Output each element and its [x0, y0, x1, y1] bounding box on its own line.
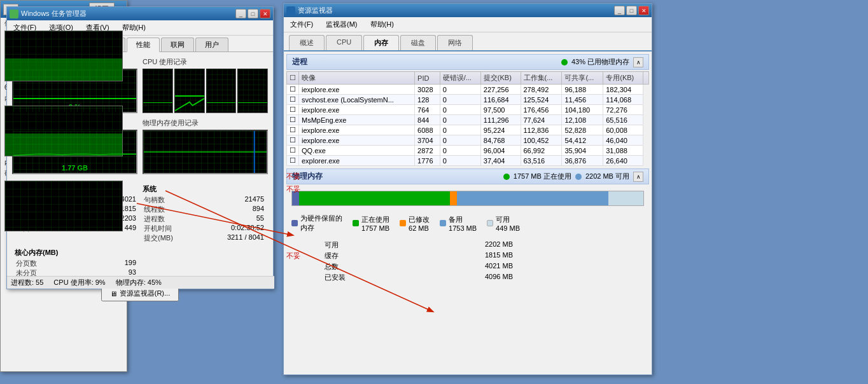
col-checkbox: ☐ [287, 72, 299, 85]
row-checkbox[interactable]: ☐ [287, 85, 299, 95]
row-hard: 0 [440, 105, 480, 115]
col-pid[interactable]: PID [415, 72, 440, 85]
row-name: iexplore.exe [299, 135, 415, 146]
table-row[interactable]: ☐ explorer.exe 1776 0 37,404 63,516 36,8… [287, 156, 649, 166]
rm-tab-cpu[interactable]: CPU [326, 35, 362, 50]
cpu-core4-graph [237, 69, 268, 113]
rm-menu-file[interactable]: 文件(F) [286, 18, 317, 31]
rm-tab-network[interactable]: 网络 [437, 35, 473, 50]
process-collapse-btn[interactable]: ∧ [633, 57, 643, 67]
col-commit[interactable]: 提交(KB) [480, 72, 521, 85]
mem-stat-total-label: 总数 [325, 262, 484, 271]
rp-hard-faults-graph [4, 181, 123, 231]
row-pid: 1776 [415, 156, 440, 166]
row-hard: 0 [440, 85, 480, 95]
legend-inuse-dot [353, 220, 359, 226]
phys-mem-section-header[interactable]: 物理内存 1757 MB 正在使用 2202 MB 可用 ∧ [286, 168, 649, 184]
system-row-2: 进程数 55 [143, 214, 265, 224]
row-hard: 0 [440, 156, 480, 166]
minimize-button[interactable]: _ [235, 9, 246, 18]
row-checkbox[interactable]: ☐ [287, 156, 299, 166]
menu-help[interactable]: 帮助(H) [118, 22, 150, 34]
system-title: 系统 [143, 184, 265, 194]
rm-menu-help[interactable]: 帮助(H) [367, 18, 398, 31]
phys-mem-collapse-btn[interactable]: ∧ [633, 172, 643, 182]
table-row[interactable]: ☐ QQ.exe 2872 0 96,004 66,992 35,904 31,… [287, 146, 649, 156]
process-section-header[interactable]: 进程 43% 已用物理内存 ∧ [286, 54, 649, 70]
row-private: 46,040 [603, 135, 643, 146]
legend-modified: 已修改62 MB [400, 214, 430, 233]
row-private: 26,640 [603, 156, 643, 166]
row-checkbox[interactable]: ☐ [287, 105, 299, 115]
phys-mem-avail-dot [575, 174, 582, 180]
tab-performance[interactable]: 性能 [127, 38, 160, 52]
res-monitor-title-bar: 资源监视器 _ □ ✕ [284, 4, 652, 17]
rm-maximize-button[interactable]: □ [626, 6, 637, 15]
cpu-core3-graph [206, 69, 237, 113]
task-manager-title-bar: Windows 任务管理器 _ □ ✕ [7, 7, 273, 20]
row-working: 77,624 [521, 115, 562, 125]
row-shareable: 54,412 [562, 135, 603, 146]
legend-reserved-dot [291, 220, 298, 226]
row-working: 112,836 [521, 125, 562, 135]
rm-tab-memory[interactable]: 内存 [363, 35, 399, 50]
system-stats: 系统 句柄数 21475 线程数 894 进程数 55 开机时间 0:02:30… [140, 182, 268, 245]
row-checkbox[interactable]: ☐ [287, 125, 299, 135]
kernel-stats: 核心内存(MB) 分页数 199 未分页 93 [12, 245, 140, 280]
row-name: iexplore.exe [299, 125, 415, 135]
res-monitor-tabs: 概述 CPU 内存 磁盘 网络 [284, 32, 652, 51]
task-manager-icon [10, 10, 18, 18]
col-hard[interactable]: 硬错误/... [440, 72, 480, 85]
phys-mem-badge: 1757 MB 正在使用 2202 MB 可用 ∧ [503, 172, 643, 182]
row-commit: 227,256 [480, 85, 521, 95]
legend-standby-dot [440, 220, 446, 226]
rm-tab-overview[interactable]: 概述 [289, 35, 325, 50]
row-pid: 3704 [415, 135, 440, 146]
row-shareable: 35,904 [562, 146, 603, 156]
rm-tab-disk[interactable]: 磁盘 [400, 35, 436, 50]
maximize-button[interactable]: □ [248, 9, 258, 18]
tab-networking[interactable]: 联网 [161, 38, 194, 51]
close-button[interactable]: ✕ [260, 9, 270, 18]
kernel-title: 核心内存(MB) [15, 248, 137, 257]
row-hard: 0 [440, 115, 480, 125]
row-working: 66,992 [521, 146, 562, 156]
row-pid: 3028 [415, 85, 440, 95]
col-working[interactable]: 工作集(... [521, 72, 562, 85]
row-working: 176,456 [521, 105, 562, 115]
table-row[interactable]: ☐ svchost.exe (LocalSystemN... 128 0 116… [287, 95, 649, 105]
phys-mem-history-section: 物理内存使用记录 [143, 118, 268, 174]
row-name: iexplore.exe [299, 105, 415, 115]
process-badge-dot [561, 59, 568, 65]
row-checkbox[interactable]: ☐ [287, 146, 299, 156]
row-hard: 0 [440, 135, 480, 146]
cpu-core1-graph [143, 69, 173, 113]
col-image[interactable]: 映像 [299, 72, 415, 85]
process-table-scroll[interactable]: ☐ 映像 PID 硬错误/... 提交(KB) 工作集(... 可共享(... … [286, 71, 649, 166]
col-shareable[interactable]: 可共享(... [562, 72, 603, 85]
mem-stat-cache-value: 1815 MB [485, 251, 644, 261]
table-row[interactable]: ☐ iexplore.exe 3704 0 84,768 100,452 54,… [287, 135, 649, 146]
row-checkbox[interactable]: ☐ [287, 135, 299, 146]
table-row[interactable]: ☐ iexplore.exe 6088 0 95,224 112,836 52,… [287, 125, 649, 135]
legend-modified-dot [400, 220, 406, 226]
row-checkbox[interactable]: ☐ [287, 115, 299, 125]
mem-stat-installed-label: 已安装 [325, 273, 484, 282]
rm-menu-monitor[interactable]: 监视器(M) [322, 18, 361, 31]
phys-mem-avail-label: 2202 MB 可用 [585, 172, 629, 181]
system-row-4: 提交(MB) 3211 / 8041 [143, 233, 265, 243]
col-private[interactable]: 专用(KB) [603, 72, 643, 85]
resource-monitor-window: 资源监视器 _ □ ✕ 文件(F) 监视器(M) 帮助(H) 概述 CPU 内存… [283, 3, 652, 375]
rm-close-button[interactable]: ✕ [638, 6, 649, 15]
row-hard: 0 [440, 146, 480, 156]
legend-free: 可用449 MB [487, 214, 520, 233]
table-row[interactable]: ☐ iexplore.exe 764 0 97,500 176,456 104,… [287, 105, 649, 115]
row-hard: 0 [440, 95, 480, 105]
mem-stats-detail: 可用 2202 MB 缓存 1815 MB 总数 4021 MB 已安装 409… [286, 235, 649, 285]
table-row[interactable]: ☐ MsMpEng.exe 844 0 111,296 77,624 12,10… [287, 115, 649, 125]
table-row[interactable]: ☐ iexplore.exe 3028 0 227,256 278,492 96… [287, 85, 649, 95]
cpu-history-graphs [143, 69, 268, 113]
rm-minimize-button[interactable]: _ [614, 6, 625, 15]
row-checkbox[interactable]: ☐ [287, 95, 299, 105]
tab-users[interactable]: 用户 [195, 38, 228, 51]
